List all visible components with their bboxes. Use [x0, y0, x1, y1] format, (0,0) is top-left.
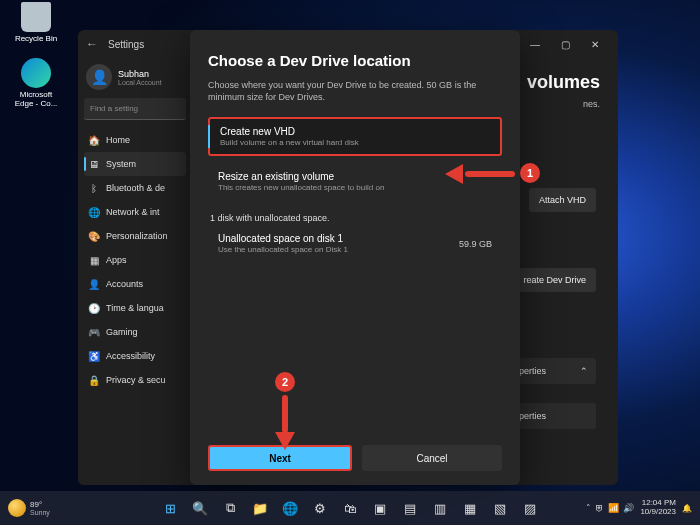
system-tray[interactable]: ˄ ⛨ 📶 🔊 — [586, 503, 634, 513]
sidebar-item-gaming[interactable]: 🎮Gaming — [84, 320, 186, 344]
nav-label: Accessibility — [106, 351, 155, 361]
taskbar-weather[interactable]: 89° Sunny — [0, 499, 50, 517]
nav-label: Accounts — [106, 279, 143, 289]
desktop-icon-edge[interactable]: Microsoft Edge - Co... — [10, 58, 62, 108]
nav-label: Bluetooth & de — [106, 183, 165, 193]
sidebar-item-privacy-secu[interactable]: 🔒Privacy & secu — [84, 368, 186, 392]
nav-label: System — [106, 159, 136, 169]
search-placeholder: Find a setting — [90, 104, 138, 113]
sidebar-item-personalization[interactable]: 🎨Personalization — [84, 224, 186, 248]
create-dev-drive-button[interactable]: reate Dev Drive — [513, 268, 596, 292]
sidebar-item-network-int[interactable]: 🌐Network & int — [84, 200, 186, 224]
option-title: Create new VHD — [220, 126, 490, 137]
nav-label: Network & int — [106, 207, 160, 217]
disk-size: 59.9 GB — [459, 239, 492, 249]
tray-chevron-icon[interactable]: ˄ — [586, 503, 591, 513]
tray-volume-icon[interactable]: 🔊 — [623, 503, 634, 513]
app-button[interactable]: ▣ — [367, 495, 393, 521]
sidebar-item-accounts[interactable]: 👤Accounts — [84, 272, 186, 296]
annotation-arrow-1 — [445, 163, 515, 183]
sidebar-item-system[interactable]: 🖥System — [84, 152, 186, 176]
settings-sidebar: 👤 Subhan Local Account Find a setting 🏠H… — [78, 58, 190, 485]
dev-drive-dialog: Choose a Dev Drive location Choose where… — [190, 30, 520, 485]
clock-date: 10/9/2023 — [640, 508, 676, 517]
nav-label: Gaming — [106, 327, 138, 337]
option-subtitle: Build volume on a new virtual hard disk — [220, 138, 490, 147]
section-label: 1 disk with unallocated space. — [210, 213, 502, 223]
profile-block[interactable]: 👤 Subhan Local Account — [86, 64, 190, 90]
annotation-arrow-2 — [275, 395, 295, 450]
sidebar-item-time-langua[interactable]: 🕑Time & langua — [84, 296, 186, 320]
option-create-new-vhd[interactable]: Create new VHD Build volume on a new vir… — [208, 117, 502, 156]
app-button[interactable]: ▤ — [397, 495, 423, 521]
weather-icon — [8, 499, 26, 517]
nav-icon: ▦ — [88, 254, 100, 266]
weather-temp: 89° — [30, 500, 50, 509]
option-subtitle: Use the unallocated space on Disk 1 — [218, 245, 348, 254]
taskbar-center: ⊞ 🔍 ⧉ 📁 🌐 ⚙ 🛍 ▣ ▤ ▥ ▦ ▧ ▨ — [157, 495, 543, 521]
app-button[interactable]: ▨ — [517, 495, 543, 521]
taskbar-clock[interactable]: 12:04 PM 10/9/2023 — [640, 499, 676, 517]
annotation-number-1: 1 — [520, 163, 540, 183]
notifications-icon[interactable]: 🔔 — [682, 504, 692, 513]
sidebar-item-home[interactable]: 🏠Home — [84, 128, 186, 152]
desktop-icon-recycle-bin[interactable]: Recycle Bin — [10, 2, 62, 43]
edge-button[interactable]: 🌐 — [277, 495, 303, 521]
profile-account: Local Account — [118, 79, 162, 86]
nav-icon: 🏠 — [88, 134, 100, 146]
recycle-bin-icon — [21, 2, 51, 32]
nav-icon: ♿ — [88, 350, 100, 362]
task-view-button[interactable]: ⧉ — [217, 495, 243, 521]
sidebar-item-bluetooth-de[interactable]: ᛒBluetooth & de — [84, 176, 186, 200]
window-title: Settings — [108, 39, 144, 50]
explorer-button[interactable]: 📁 — [247, 495, 273, 521]
option-unallocated-disk1[interactable]: Unallocated space on disk 1 Use the unal… — [208, 227, 502, 260]
chevron-up-icon: ⌃ — [580, 366, 588, 376]
nav-icon: 🕑 — [88, 302, 100, 314]
desktop-icon-label: Recycle Bin — [10, 34, 62, 43]
nav-icon: 🖥 — [88, 158, 100, 170]
nav-label: Home — [106, 135, 130, 145]
nav-label: Privacy & secu — [106, 375, 166, 385]
search-button[interactable]: 🔍 — [187, 495, 213, 521]
back-icon[interactable]: ← — [86, 37, 98, 51]
annotation-number-2: 2 — [275, 372, 295, 392]
attach-vhd-button[interactable]: Attach VHD — [529, 188, 596, 212]
nav-icon: 🔒 — [88, 374, 100, 386]
tray-icon[interactable]: ⛨ — [595, 503, 604, 513]
taskbar: 89° Sunny ⊞ 🔍 ⧉ 📁 🌐 ⚙ 🛍 ▣ ▤ ▥ ▦ ▧ ▨ ˄ ⛨ … — [0, 491, 700, 525]
option-title: Unallocated space on disk 1 — [218, 233, 348, 244]
nav-label: Time & langua — [106, 303, 164, 313]
settings-button[interactable]: ⚙ — [307, 495, 333, 521]
desktop-icon-label: Microsoft Edge - Co... — [10, 90, 62, 108]
app-button[interactable]: ▦ — [457, 495, 483, 521]
option-subtitle: This creates new unallocated space to bu… — [218, 183, 492, 192]
sidebar-item-apps[interactable]: ▦Apps — [84, 248, 186, 272]
nav-icon: 🎮 — [88, 326, 100, 338]
dialog-subtitle: Choose where you want your Dev Drive to … — [208, 79, 502, 103]
start-button[interactable]: ⊞ — [157, 495, 183, 521]
minimize-button[interactable]: — — [520, 39, 550, 50]
dialog-title: Choose a Dev Drive location — [208, 52, 502, 69]
close-button[interactable]: ✕ — [580, 39, 610, 50]
edge-icon — [21, 58, 51, 88]
nav-icon: 🌐 — [88, 206, 100, 218]
avatar-icon: 👤 — [86, 64, 112, 90]
nav-icon: 🎨 — [88, 230, 100, 242]
nav-icon: 👤 — [88, 278, 100, 290]
app-button[interactable]: ▧ — [487, 495, 513, 521]
nav-label: Personalization — [106, 231, 168, 241]
sidebar-item-accessibility[interactable]: ♿Accessibility — [84, 344, 186, 368]
cancel-button[interactable]: Cancel — [362, 445, 502, 471]
store-button[interactable]: 🛍 — [337, 495, 363, 521]
nav-icon: ᛒ — [88, 182, 100, 194]
app-button[interactable]: ▥ — [427, 495, 453, 521]
profile-name: Subhan — [118, 69, 162, 79]
maximize-button[interactable]: ▢ — [550, 39, 580, 50]
search-input[interactable]: Find a setting — [84, 98, 186, 120]
weather-cond: Sunny — [30, 509, 50, 516]
tray-wifi-icon[interactable]: 📶 — [608, 503, 619, 513]
nav-label: Apps — [106, 255, 127, 265]
